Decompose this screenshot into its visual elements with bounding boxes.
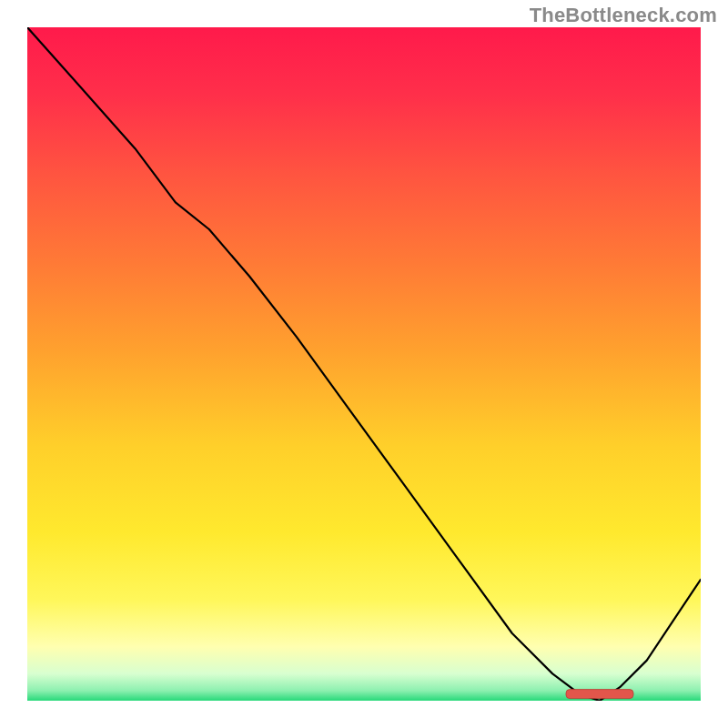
chart-container: TheBottleneck.com xyxy=(0,0,728,728)
gradient-bg xyxy=(27,27,701,701)
plot-area xyxy=(27,27,701,701)
chart-svg xyxy=(27,27,701,701)
watermark-text: TheBottleneck.com xyxy=(530,4,717,27)
min-highlight-badge xyxy=(566,690,633,699)
